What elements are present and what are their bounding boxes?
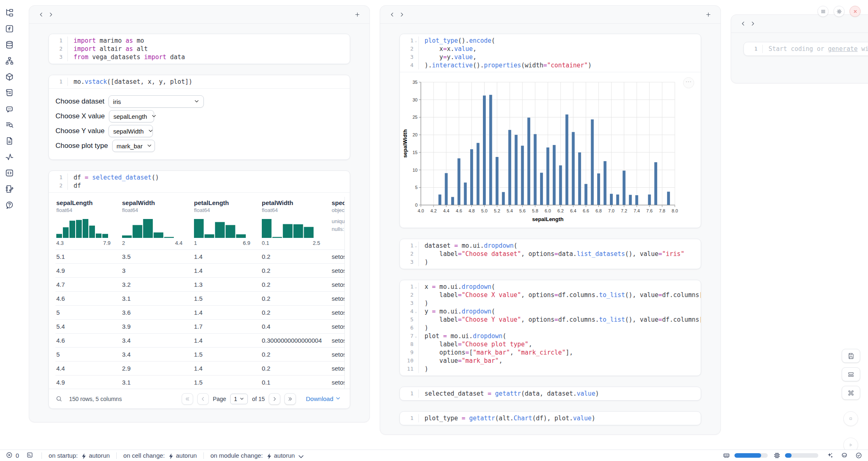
next-page-button[interactable] <box>269 393 280 405</box>
copilot-button[interactable] <box>841 452 848 459</box>
chart-menu-button[interactable]: ⋯ <box>683 77 694 88</box>
code-line[interactable]: 2import altair as alt <box>49 45 350 53</box>
first-page-button[interactable] <box>182 393 193 405</box>
code-line[interactable]: 6) <box>400 324 701 332</box>
table-row[interactable]: 4.73.21.30.2setosa <box>55 277 344 291</box>
fold-chevron-icon[interactable]: ⌄ <box>413 283 418 291</box>
column-forward-button[interactable] <box>397 10 406 19</box>
sidebar-item-notebook-pen[interactable] <box>4 184 15 194</box>
fold-chevron-icon[interactable]: ⌄ <box>413 307 418 316</box>
column-forward-button[interactable] <box>46 10 55 19</box>
table-scroll-region[interactable]: sepalLengthfloat644.37.9sepalWidthfloat6… <box>55 197 345 389</box>
dropdown-choose-y-value[interactable]: sepalWidth <box>108 125 153 137</box>
code-editor[interactable]: 1selected_dataset = getattr(data, datase… <box>400 387 701 400</box>
bar-chart[interactable]: 4.04.24.44.64.85.05.25.45.65.86.06.26.46… <box>402 78 681 224</box>
sidebar-item-dependency-graph[interactable] <box>4 55 15 66</box>
table-row[interactable]: 53.41.50.2setosa <box>55 347 344 361</box>
code-editor[interactable]: 1⌄x = mo.ui.dropdown(2 label="Choose X v… <box>400 280 701 376</box>
sidebar-item-scroll-text[interactable] <box>4 88 15 98</box>
sidebar-item-help-circle[interactable] <box>4 200 15 210</box>
dropdown-choose-dataset[interactable]: iris <box>108 95 204 108</box>
code-editor[interactable]: 1mo.vstack([dataset, x, y, plot]) <box>49 75 350 88</box>
code-line[interactable]: 1mo.vstack([dataset, x, y, plot]) <box>49 78 350 86</box>
code-line[interactable]: 3) <box>400 258 701 266</box>
sparkles-button[interactable] <box>826 452 833 459</box>
code-line[interactable]: 9 options=["mark_bar", "mark_circle"], <box>400 348 701 357</box>
code-editor[interactable]: 1df = selected_dataset()2df <box>49 171 350 192</box>
sidebar-item-database[interactable] <box>4 39 15 50</box>
layout-button[interactable] <box>842 367 860 381</box>
sidebar-item-chat-bot[interactable] <box>4 104 15 114</box>
column-back-button[interactable] <box>388 10 397 19</box>
code-line[interactable]: 8 label="Choose plot type", <box>400 340 701 348</box>
code-line[interactable]: 2 label="Choose dataset", options=data.l… <box>400 250 701 258</box>
code-line[interactable]: 11) <box>400 365 701 373</box>
table-row[interactable]: 4.93.11.50.1setosa <box>55 375 344 389</box>
column-header-petalLength[interactable]: petalLengthfloat6416.9 <box>193 197 261 249</box>
save-button[interactable] <box>842 349 860 363</box>
runtime-config-0[interactable]: on startup:autorun <box>48 452 110 459</box>
sidebar-item-function-square[interactable] <box>4 23 15 34</box>
column-header-species[interactable]: speciesobjectuniquenulls: <box>331 197 345 249</box>
code-line[interactable]: 7⌄plot = mo.ui.dropdown( <box>400 332 701 340</box>
column-header-sepalWidth[interactable]: sepalWidthfloat6424.4 <box>121 197 193 249</box>
code-editor[interactable]: 1import marimo as mo2import altair as al… <box>49 34 350 64</box>
sidebar-item-document[interactable] <box>4 136 15 146</box>
code-line[interactable]: 3 y=y.value, <box>400 53 701 61</box>
column-back-button[interactable] <box>37 10 46 19</box>
stop-button[interactable] <box>843 411 858 426</box>
column-header-sepalLength[interactable]: sepalLengthfloat644.37.9 <box>55 197 121 249</box>
add-cell-button[interactable] <box>353 10 362 19</box>
runtime-config-1[interactable]: on cell change:autorun <box>123 452 197 459</box>
code-line[interactable]: 1df = selected_dataset() <box>49 173 350 182</box>
fold-chevron-icon[interactable]: ⌄ <box>413 37 418 45</box>
code-line[interactable]: 1⌄plot_type().encode( <box>400 37 701 45</box>
fold-chevron-icon[interactable]: ⌄ <box>413 242 418 250</box>
sidebar-item-list-search[interactable] <box>4 120 15 130</box>
sidebar-item-activity[interactable] <box>4 152 15 162</box>
runtime-config-2[interactable]: on module change:autorun <box>210 452 302 459</box>
table-row[interactable]: 4.63.41.40.3000000000000004setosa <box>55 333 344 347</box>
code-line[interactable]: 1import marimo as mo <box>49 37 350 45</box>
code-line[interactable]: 3) <box>400 299 701 307</box>
command-button[interactable] <box>842 386 860 400</box>
add-cell-button[interactable] <box>704 10 713 19</box>
error-count-button[interactable]: 0 <box>6 452 19 460</box>
prev-page-button[interactable] <box>197 393 209 405</box>
code-line[interactable]: 1 Start coding or generate with AI <box>744 45 868 53</box>
last-page-button[interactable] <box>284 393 296 405</box>
terminal-button[interactable] <box>26 452 33 460</box>
sidebar-item-code-snippets[interactable] <box>4 168 15 178</box>
table-row[interactable]: 4.931.40.2setosa <box>55 263 344 277</box>
table-row[interactable]: 5.43.91.70.4setosa <box>55 319 344 333</box>
close-button[interactable] <box>850 6 861 17</box>
table-row[interactable]: 53.61.40.2setosa <box>55 305 344 319</box>
menu-button[interactable] <box>817 6 829 17</box>
code-line[interactable]: 2 x=x.value, <box>400 45 701 53</box>
code-line[interactable]: 1⌄dataset = mo.ui.dropdown( <box>400 242 701 250</box>
page-select[interactable]: 1 <box>230 394 248 404</box>
column-header-petalWidth[interactable]: petalWidthfloat640.12.5 <box>261 197 331 249</box>
code-editor[interactable]: 1⌄plot_type().encode(2 x=x.value,3 y=y.v… <box>400 34 701 72</box>
column-forward-button[interactable] <box>748 19 757 28</box>
settings-button[interactable] <box>833 6 845 17</box>
code-line[interactable]: 5 label="Choose Y value", options=df.col… <box>400 316 701 324</box>
sidebar-item-file-tree[interactable] <box>4 7 15 18</box>
code-editor[interactable]: 1 Start coding or generate with AI <box>744 42 868 55</box>
column-back-button[interactable] <box>739 19 748 28</box>
table-row[interactable]: 4.63.11.50.2setosa <box>55 291 344 305</box>
dropdown-choose-plot-type[interactable]: mark_bar <box>112 140 155 152</box>
code-line[interactable]: 4).interactive().properties(width="conta… <box>400 61 701 69</box>
search-icon[interactable] <box>55 395 62 402</box>
code-line[interactable]: 10 value="mark_bar", <box>400 357 701 365</box>
dropdown-choose-x-value[interactable]: sepalLength <box>109 110 154 122</box>
code-line[interactable]: 1plot_type = getattr(alt.Chart(df), plot… <box>400 414 701 422</box>
code-line[interactable]: 4⌄y = mo.ui.dropdown( <box>400 307 701 316</box>
generate-ai-link[interactable]: generate <box>828 45 858 53</box>
code-editor[interactable]: 1⌄dataset = mo.ui.dropdown(2 label="Choo… <box>400 239 701 269</box>
sidebar-item-package[interactable] <box>4 71 15 82</box>
code-line[interactable]: 1selected_dataset = getattr(data, datase… <box>400 390 701 398</box>
code-editor[interactable]: 1plot_type = getattr(alt.Chart(df), plot… <box>400 412 701 425</box>
code-line[interactable]: 1⌄x = mo.ui.dropdown( <box>400 283 701 291</box>
code-line[interactable]: 3from vega_datasets import data <box>49 53 350 61</box>
